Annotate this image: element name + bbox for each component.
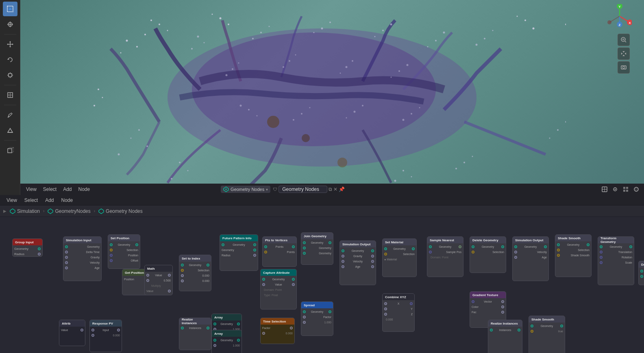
viewport-menu-item-view[interactable]: View [24,186,39,193]
svg-point-30 [197,36,199,38]
svg-point-68 [346,66,348,68]
svg-point-41 [443,32,445,34]
viewport-pan-btn[interactable] [618,48,630,60]
svg-line-122 [625,41,626,42]
svg-point-77 [301,113,302,115]
node-math-1[interactable]: Math Value 0.500 Multiply Value [144,265,173,295]
node-group-output[interactable]: Drop Output Geometry Geometry [638,261,644,285]
node-combine-xyz[interactable]: Combine XYZ X Y Z 0.000 [382,293,415,332]
svg-point-126 [623,67,625,69]
node-group-input[interactable]: Group Input Geometry Radius [12,238,43,257]
node-set-material[interactable]: Set Material Geometry Selection ● Materi… [382,238,417,277]
breadcrumb-item-simulation[interactable]: Simulation [8,208,41,215]
node-canvas[interactable]: Group Input Geometry Radius Simulation I… [0,228,644,353]
node-transform-geo[interactable]: Transform Geometry Geometry Translation … [598,236,634,285]
svg-point-49 [118,154,120,156]
scale-tool[interactable] [3,68,17,82]
breadcrumb-icon-geometrynodes [48,208,53,214]
snapping-btn[interactable] [611,185,620,194]
sphere-btn[interactable] [632,185,641,194]
svg-point-139 [635,187,637,191]
svg-point-66 [295,54,296,56]
svg-point-25 [98,89,99,90]
viewport-menu-item-add[interactable]: Add [61,186,74,193]
node-set-position-1[interactable]: Set Position Geometry Selection Position… [108,234,140,269]
pin-icon[interactable]: 📌 [339,186,345,192]
svg-point-69 [352,60,353,62]
svg-point-23 [565,24,566,25]
node-capture-attr-1[interactable]: Future Pattern Info Geometry Geometry Ra… [220,234,258,271]
node-spread[interactable]: Spread Geometry Factor 1.000 [301,301,333,336]
svg-point-60 [472,156,473,157]
svg-point-18 [228,24,229,25]
viewport-gizmo: Y X Z [607,4,640,77]
layout-btn[interactable] [621,185,630,194]
node-array1-header: Array [212,314,242,321]
node-capture-attr-2[interactable]: Capture Attribute Geometry Value Domain:… [260,269,297,310]
svg-point-37 [382,30,384,31]
rotate-tool[interactable] [3,52,17,67]
svg-point-54 [187,170,189,171]
node-response[interactable]: Response PV Input 0.000 [89,320,122,352]
svg-point-61 [455,168,457,169]
node-array-2[interactable]: Array Geometry 1.000 [211,330,242,353]
svg-point-3 [302,134,310,142]
node-simulation-output[interactable]: Simulation Output Geometry Gravity Veloc… [339,240,376,285]
node-set-position-2[interactable]: Set to Index Geometry Selection 0.000 0.… [179,255,211,291]
cursor-tool[interactable] [3,17,17,32]
annotate-tool[interactable] [3,108,17,122]
node-shadesmooth-header: Shade Smooth [555,235,591,241]
node-far-right-2[interactable]: Shade Smooth Geometry true [529,316,565,353]
close-icon[interactable]: ✕ [333,186,337,192]
select-box-tool[interactable] [3,2,17,16]
svg-rect-134 [623,187,625,189]
viewport-menu-item-select[interactable]: Select [41,186,59,193]
svg-point-16 [150,19,152,21]
node-pts-to-verts[interactable]: Pts to Vertices Points Points [262,236,297,267]
svg-point-48 [146,145,148,147]
node-attrib-1[interactable]: Attrib Value [59,320,85,346]
move-tool[interactable] [3,37,17,52]
node-simulation-input[interactable]: Simulation Input Geometry Delta Time Gra… [63,236,102,281]
svg-point-84 [419,107,420,108]
breadcrumb-label-geometrynodes: GeometryNodes [55,208,90,214]
copy-icon[interactable]: ⧉ [329,186,332,192]
svg-point-20 [524,19,526,21]
svg-point-65 [289,60,290,62]
separator [4,140,16,141]
measure-tool[interactable] [3,123,17,138]
viewport-camera-btn[interactable] [618,61,630,74]
transform-tool[interactable] [3,88,17,102]
node-join-geometry[interactable]: Join Geometry Geometry Geometry Geometry [301,232,333,265]
breadcrumb-item-geometrynodes[interactable]: GeometryNodes [46,208,92,215]
node-orange-1[interactable]: Time Selection Factor 0.000 [260,318,295,344]
node-menu-view[interactable]: View [3,197,20,204]
node-menu-node[interactable]: Node [58,197,76,204]
svg-point-76 [240,105,242,107]
svg-point-44 [492,30,494,31]
node-sample-nearest[interactable]: Sample Nearest Geometry Sample Pos Domai… [427,236,463,277]
overlay-btn[interactable] [600,185,609,194]
svg-point-83 [411,113,412,115]
node-set-shade-smooth[interactable]: Shade Smooth Geometry Selection Shade Sm… [555,234,592,277]
node-menu-add[interactable]: Add [42,197,57,204]
svg-point-63 [238,63,239,64]
svg-rect-98 [9,74,12,77]
svg-rect-109 [8,149,12,153]
svg-point-8 [144,34,146,35]
svg-point-75 [257,115,258,117]
add-cube-tool[interactable] [3,143,17,158]
node-delete-geometry[interactable]: Delete Geometry Geometry Selection [470,236,506,273]
breadcrumb-item-geometry-nodes[interactable]: Geometry Nodes [97,208,144,215]
node-sim-output-2[interactable]: Simulation Output Geometry Velocity Age [512,236,549,281]
viewport-menu-item-node[interactable]: Node [76,186,93,193]
node-realize-instances[interactable]: Realize Instances Instances [179,318,211,350]
geometry-nodes-name[interactable]: Geometry Nodes [278,186,327,193]
breadcrumb-sep-2: › [94,209,95,213]
svg-point-81 [362,105,363,106]
node-far-right-1[interactable]: Realize Instances Instances [488,320,522,353]
viewport-zoom-btn[interactable] [618,34,630,46]
viewport-3d[interactable]: Y X Z [0,0,644,195]
editor-type-selector[interactable]: Geometry Nodes ▾ [221,186,270,193]
node-menu-select[interactable]: Select [21,197,41,204]
